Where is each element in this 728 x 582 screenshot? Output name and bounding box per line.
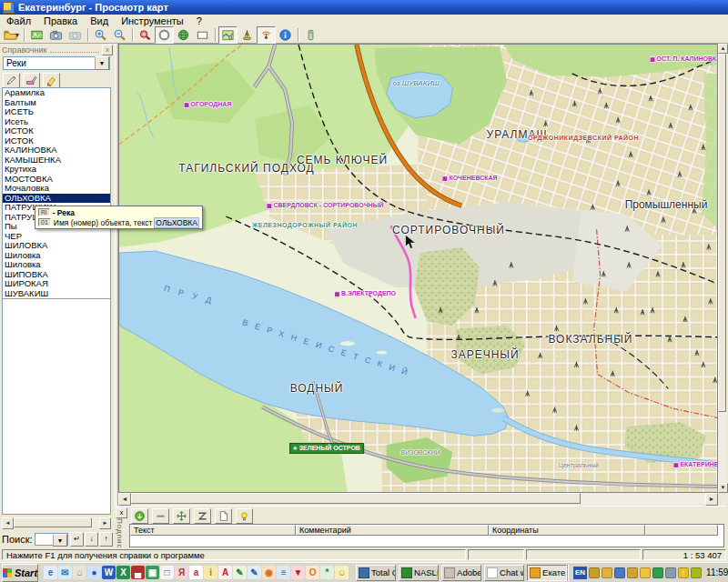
copy-view-button[interactable] — [46, 26, 66, 44]
zoom-out-button[interactable] — [110, 26, 129, 44]
ql-desktop-icon[interactable]: ⌂ — [73, 566, 86, 579]
gps-antenna-button[interactable] — [257, 26, 276, 44]
copy-view-disabled-button[interactable] — [66, 26, 85, 44]
ql-media-icon[interactable]: ◉ — [262, 566, 276, 579]
new-label-button[interactable] — [215, 508, 232, 524]
task-total-commander[interactable]: Total C... — [356, 565, 396, 581]
scrollbar-thumb[interactable] — [14, 517, 92, 527]
scrollbar-thumb[interactable] — [131, 493, 581, 504]
rivers-listbox[interactable]: АрамилкаБалтымИСЕТЬИсетьИСТОКИСТОККАЛИНО… — [2, 87, 111, 515]
chevron-down-icon[interactable]: ▾ — [15, 31, 19, 39]
menu-item-Файл[interactable]: Файл — [0, 15, 37, 26]
ql-browser-icon[interactable]: e — [44, 566, 57, 579]
list-horizontal-scrollbar[interactable]: ◄ ► — [2, 517, 111, 527]
task-nasledie[interactable]: NASLE... — [399, 565, 439, 581]
ql-backup-icon[interactable]: ▄ — [131, 566, 145, 579]
ql-editor-blue-icon[interactable]: ✎ — [248, 566, 261, 579]
ql-tools-icon[interactable]: * — [320, 566, 334, 579]
scrollbar-thumb[interactable] — [718, 54, 726, 412]
measure-tower-button[interactable] — [238, 26, 257, 44]
select-area-button[interactable] — [193, 26, 212, 44]
object-info-button[interactable] — [276, 26, 295, 44]
ql-editor-green-icon[interactable]: ✎ — [233, 566, 247, 579]
list-item-ИСТОК[interactable]: ИСТОК — [3, 126, 110, 136]
map-horizontal-scrollbar[interactable]: ◄ ► — [118, 493, 718, 504]
ql-acrobat-icon[interactable]: a — [189, 566, 203, 579]
search-input[interactable]: ▼ — [35, 533, 68, 546]
scroll-down-icon[interactable]: ▼ — [718, 483, 728, 493]
chevron-down-icon[interactable]: ▼ — [53, 534, 67, 547]
highlight-label-button[interactable] — [236, 508, 253, 524]
ql-window-icon[interactable]: □ — [160, 566, 174, 579]
list-item-Крутиха[interactable]: Крутиха — [3, 165, 110, 175]
tray-lock-icon[interactable] — [627, 567, 638, 578]
ql-excel-icon[interactable]: X — [116, 566, 130, 579]
search-up-button[interactable]: ↑ — [99, 532, 113, 547]
ql-notes-icon[interactable]: i — [204, 566, 217, 579]
delete-label-button[interactable] — [152, 508, 169, 524]
ql-translator-icon[interactable]: Я — [175, 566, 188, 579]
title-bar[interactable]: Екатеринбург - Просмотр карт — [0, 0, 728, 15]
map-canvas[interactable]: ТАГИЛЬСКИЙ ПОДХОДСЕМЬ КЛЮЧЕЙУРАЛМАШСОРТИ… — [118, 44, 718, 493]
tray-network-icon[interactable] — [614, 567, 625, 578]
sidebar-close-button[interactable]: x — [102, 45, 113, 55]
menu-item-Инструменты[interactable]: Инструменты — [115, 15, 190, 26]
ql-messenger-icon[interactable]: ☺ — [335, 566, 349, 579]
tray-battery-icon[interactable] — [691, 567, 702, 578]
menu-item-Правка[interactable]: Правка — [37, 15, 84, 26]
language-indicator[interactable]: EN — [573, 567, 587, 579]
list-item-ШУВАКИШ[interactable]: ШУВАКИШ — [3, 289, 110, 299]
ql-photo-icon[interactable]: ▣ — [146, 566, 159, 579]
find-object-button[interactable] — [136, 26, 155, 44]
column-header-Текст[interactable]: Текст — [130, 525, 296, 536]
ql-globe-icon[interactable]: ● — [87, 566, 101, 579]
chevron-down-icon[interactable]: ▼ — [95, 56, 109, 70]
column-header-empty[interactable] — [645, 525, 718, 536]
ql-opera-icon[interactable]: O — [306, 566, 319, 579]
tray-user-icon[interactable] — [602, 567, 612, 578]
export-image-button[interactable] — [27, 26, 46, 44]
list-item-ШИРОКАЯ[interactable]: ШИРОКАЯ — [3, 279, 110, 289]
map-layers-button[interactable] — [218, 26, 238, 44]
scroll-right-icon[interactable]: ► — [705, 493, 718, 506]
whole-map-button[interactable] — [174, 26, 193, 44]
ql-docs-icon[interactable]: ≡ — [277, 566, 290, 579]
ql-download-icon[interactable]: ▼ — [291, 566, 305, 579]
start-button[interactable]: Start — [2, 564, 38, 582]
ql-mail-icon[interactable]: ✉ — [58, 566, 72, 579]
column-header-Комментарий[interactable]: Комментарий — [296, 525, 489, 536]
ql-reader-icon[interactable]: A — [218, 566, 232, 579]
tray-display-icon[interactable] — [652, 567, 663, 578]
search-go-button[interactable]: ↵ — [70, 532, 84, 547]
ql-word-icon[interactable]: W — [102, 566, 116, 579]
tray-volume-icon[interactable] — [589, 567, 600, 578]
zoom-in-button[interactable] — [91, 26, 110, 44]
highlight-object-button[interactable] — [23, 73, 40, 88]
search-down-button[interactable]: ↓ — [85, 532, 98, 547]
object-type-combobox[interactable]: Реки ▼ — [3, 56, 110, 70]
scroll-up-icon[interactable]: ▲ — [718, 44, 728, 54]
task-chat[interactable]: Chat w... — [484, 565, 524, 581]
labels-panel-close-button[interactable]: x — [116, 507, 127, 518]
edit-label-button[interactable] — [43, 73, 60, 88]
gsm-device-button[interactable] — [301, 26, 320, 44]
list-item-Мочаловка[interactable]: Мочаловка — [3, 184, 110, 194]
tray-shield-icon[interactable] — [640, 567, 651, 578]
list-item-Шиловка[interactable]: Шиловка — [3, 260, 110, 270]
task-ekaterinburg[interactable]: Екате... — [527, 565, 567, 581]
tray-scheduler-icon[interactable] — [665, 567, 676, 578]
list-item-Арамилка[interactable]: Арамилка — [3, 88, 110, 98]
add-label-button[interactable] — [131, 508, 148, 524]
show-on-map-button[interactable] — [3, 73, 20, 88]
menu-item-?[interactable]: ? — [190, 15, 208, 26]
edit-label-button[interactable] — [194, 508, 211, 524]
map-vertical-scrollbar[interactable]: ▲ ▼ — [718, 44, 726, 493]
move-label-button[interactable] — [173, 508, 190, 524]
scroll-right-icon[interactable]: ► — [99, 517, 111, 529]
task-adobe[interactable]: Adobe ... — [441, 565, 481, 581]
scroll-left-icon[interactable]: ◄ — [2, 517, 14, 529]
list-item-КАЛИНОВКА[interactable]: КАЛИНОВКА — [3, 146, 110, 156]
pan-tool-button[interactable] — [155, 26, 174, 44]
column-header-Координаты[interactable]: Координаты — [489, 525, 645, 536]
tray-warning-icon[interactable]: ! — [678, 567, 689, 578]
